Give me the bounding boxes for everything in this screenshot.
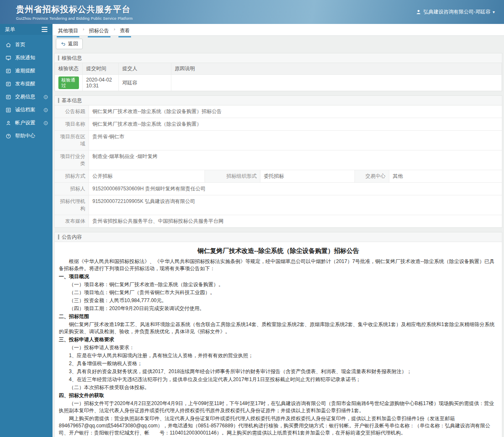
- announcement-title: 铜仁复烤厂技术改造--除尘系统（除尘设备购置）招标公告: [59, 247, 498, 254]
- section-title-verify: 核验信息: [58, 55, 82, 61]
- basic-info-table: 公告标题铜仁复烤厂技术改造--除尘系统（除尘设备购置）招标公告项目名称铜仁复烤厂…: [55, 105, 502, 227]
- breadcrumb-item[interactable]: 查看: [118, 27, 131, 37]
- user-avatar-icon: [416, 9, 421, 15]
- verify-column-header: 提交人: [119, 63, 171, 75]
- sidebar-item-label: 交易信息: [15, 93, 35, 100]
- doc-heading: 四、招标文件的获取: [59, 392, 498, 399]
- basic-info-value: 贵州省-铜仁市: [89, 131, 502, 150]
- basic-info-value: 委托招标: [260, 170, 354, 182]
- back-icon: [60, 41, 66, 47]
- basic-info-label: 项目名称: [55, 118, 89, 130]
- basic-info-value: 其他: [389, 170, 502, 182]
- sidebar-item-account[interactable]: 帐户设置: [0, 116, 52, 129]
- doc-paragraph: 1、应是在中华人民共和国境内注册，具有独立法人资格，并持有有效的营业执照；: [59, 352, 498, 359]
- main-content: 其他项目›招标公告›查看 返回 核验信息 核验状态提交时间提交人原因说明 核验通…: [52, 24, 504, 437]
- basic-info-row: 招标人91520000697530609H 贵州烟叶复烤有限责任公司: [55, 183, 502, 195]
- section-title-basic: 基本信息: [58, 98, 82, 103]
- breadcrumb-separator: ›: [114, 26, 116, 32]
- verify-column-header: 原因说明: [171, 63, 502, 75]
- chevron-icon: [43, 108, 48, 113]
- basic-info-row-triple: 招标方式公开招标招标组织形式委托招标交易中心其他: [55, 170, 502, 183]
- doc-paragraph: 3、具有良好的资金及财务状况，提供2017、2018连续两年经会计师事务所审计的…: [59, 368, 498, 375]
- doc-heading: 二、招标范围: [59, 313, 498, 320]
- doc-heading: 三、投标申请人资格要求: [59, 336, 498, 343]
- site-subtitle: GuiZhou Province Tendering and Bidding P…: [16, 16, 133, 21]
- user-menu[interactable]: 弘典建设咨询有限公司-邓廷容 ▾: [416, 8, 495, 16]
- monitor-icon: [5, 55, 11, 61]
- basic-info-label: 招标方式: [55, 170, 89, 182]
- content-panel-header: 公告内容: [55, 232, 502, 242]
- announcement-body: 根据《中华人民共和国招标投标法》、《中华人民共和国招标投标法实施条例》等规定，经…: [59, 258, 498, 437]
- sidebar-item-help[interactable]: 帮助中心: [0, 129, 52, 142]
- doc-paragraph: （三）投资金额：人民币10,984,777.00元。: [59, 297, 498, 304]
- user-name: 弘典建设咨询有限公司-邓廷容: [423, 8, 491, 16]
- sidebar-item-notice[interactable]: 系统通知: [0, 51, 52, 64]
- home-icon: [5, 42, 11, 48]
- back-button[interactable]: 返回: [56, 39, 83, 49]
- basic-panel-header: 基本信息: [55, 96, 502, 105]
- verify-reason-cell: [171, 75, 502, 91]
- basic-panel: 基本信息 公告标题铜仁复烤厂技术改造--除尘系统（除尘设备购置）招标公告项目名称…: [54, 95, 502, 228]
- verify-table: 核验状态提交时间提交人原因说明 核验通过 2020-04-02 10:31 邓廷…: [55, 63, 502, 91]
- brand: 贵州省招标投标公共服务平台 GuiZhou Province Tendering…: [16, 4, 133, 21]
- sidebar-menu-header: 菜单: [0, 24, 52, 35]
- verify-table-row: 核验通过 2020-04-02 10:31 邓廷容: [55, 75, 502, 91]
- sidebar-item-label: 帐户设置: [15, 119, 35, 126]
- doc-paragraph: 网上购买的需提供：营业执照副本复印件、法定代表人身份证复印件或委托代理人授权委托…: [59, 415, 498, 437]
- content-panel: 公告内容 铜仁复烤厂技术改造--除尘系统（除尘设备购置）招标公告 根据《中华人民…: [54, 232, 502, 437]
- basic-info-label: 招标组织形式: [205, 170, 260, 182]
- verify-panel-header: 核验信息: [55, 53, 502, 63]
- verify-panel: 核验信息 核验状态提交时间提交人原因说明 核验通过 2020-04-02 10:…: [54, 53, 502, 91]
- doc-paragraph: （二）本次招标不接受联合体投标。: [59, 384, 498, 391]
- sidebar-item-home[interactable]: 首页: [0, 38, 52, 51]
- sidebar-item-publish[interactable]: 发布提醒: [0, 77, 52, 90]
- breadcrumb-item[interactable]: 其他项目: [57, 27, 79, 37]
- sidebar-item-label: 逾期提醒: [15, 67, 35, 74]
- sidebar-item-credit[interactable]: 诚信档案: [0, 103, 52, 116]
- breadcrumb: 其他项目›招标公告›查看: [52, 24, 504, 36]
- sidebar-item-overdue[interactable]: 逾期提醒: [0, 64, 52, 77]
- basic-info-row: 项目行业分类制造业-烟草制品业 -烟叶复烤: [55, 150, 502, 170]
- breadcrumb-item[interactable]: 招标公告: [88, 27, 110, 37]
- basic-info-value: 公开招标: [89, 170, 205, 182]
- hamburger-icon[interactable]: [42, 26, 47, 33]
- question-icon: [5, 133, 11, 139]
- basic-info-label: 招标人: [55, 183, 89, 195]
- section-title-content: 公告内容: [58, 234, 82, 240]
- status-badge: 核验通过: [58, 76, 79, 89]
- basic-info-label: 项目所在区域: [55, 131, 89, 150]
- verify-column-header: 提交时间: [83, 63, 119, 75]
- doc-paragraph: 4、在近三年经营活动中无违纪违法犯罪行为，提供单位及企业法定代表人2017年1月…: [59, 376, 498, 383]
- verify-time-cell: 2020-04-02 10:31: [83, 75, 119, 91]
- basic-info-value: 铜仁复烤厂技术改造--除尘系统（除尘设备购置）: [89, 118, 502, 130]
- basic-info-value: 制造业-烟草制品业 -烟叶复烤: [89, 150, 502, 170]
- basic-info-value: 贵州省招投标公共服务平台、中国招标投标公共服务平台网: [89, 215, 502, 227]
- doc-paragraph: （四）项目工期：2020年9月20日前完成安装调试交付使用。: [59, 305, 498, 312]
- sidebar-item-trade[interactable]: 交易信息: [0, 90, 52, 103]
- sidebar-item-label: 诚信档案: [15, 106, 35, 113]
- basic-info-row: 项目所在区域贵州省-铜仁市: [55, 131, 502, 150]
- verify-status-cell: 核验通过: [55, 75, 83, 91]
- basic-info-label: 发布媒体: [55, 215, 89, 227]
- announcement-document: 铜仁复烤厂技术改造--除尘系统（除尘设备购置）招标公告 根据《中华人民共和国招标…: [55, 242, 502, 437]
- basic-info-value: 91520000722109905K 弘典建设咨询有限公司: [89, 195, 502, 215]
- basic-info-label: 公告标题: [55, 105, 89, 118]
- basic-info-label: 项目行业分类: [55, 150, 89, 170]
- site-title: 贵州省招标投标公共服务平台: [16, 4, 133, 15]
- verify-submitter-cell: 邓廷容: [119, 75, 171, 91]
- doc-paragraph: （二）项目地点：铜仁复烤厂（贵州省铜仁市大兴科技工业园）。: [59, 289, 498, 296]
- sidebar-item-label: 发布提醒: [15, 80, 35, 87]
- basic-info-value: 91520000697530609H 贵州烟叶复烤有限责任公司: [89, 183, 502, 195]
- basic-info-label: 交易中心: [354, 170, 389, 182]
- doc-icon: [5, 94, 11, 100]
- chevron-icon: [43, 121, 48, 126]
- basic-info-value: 铜仁复烤厂技术改造--除尘系统（除尘设备购置）招标公告: [89, 105, 502, 118]
- doc-heading: 一、项目概况: [59, 273, 498, 280]
- top-header: 贵州省招标投标公共服务平台 GuiZhou Province Tendering…: [0, 0, 504, 24]
- list-icon: [5, 107, 11, 113]
- chevron-icon: [43, 95, 48, 100]
- basic-info-row: 发布媒体贵州省招投标公共服务平台、中国招标投标公共服务平台网: [55, 215, 502, 227]
- doc-icon: [5, 68, 11, 74]
- sidebar-item-label: 帮助中心: [15, 132, 35, 140]
- verify-column-header: 核验状态: [55, 63, 83, 75]
